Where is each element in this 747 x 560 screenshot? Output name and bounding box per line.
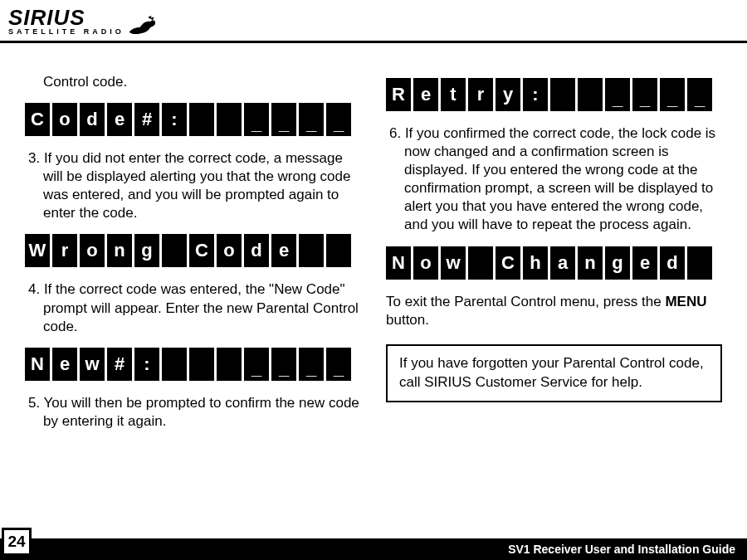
lcd-char: y xyxy=(496,78,520,111)
lcd-cell: _ xyxy=(299,348,324,381)
lcd-char: e xyxy=(271,234,296,267)
lcd-cell: t xyxy=(441,78,466,111)
exit-text-a: To exit the Parental Control menu, press… xyxy=(386,294,665,309)
forgot-code-note: If you have forgotten your Parental Cont… xyxy=(386,344,722,402)
lcd-char: w xyxy=(80,348,105,381)
sirius-logo: SIRIUS SATELLITE RADIO xyxy=(8,7,739,36)
lcd-char: d xyxy=(80,103,105,136)
lcd-cell: # xyxy=(134,103,159,136)
lcd-cell: _ xyxy=(299,103,324,136)
step-6: 6. If you confirmed the correct code, th… xyxy=(386,124,722,235)
lcd-char xyxy=(217,348,242,381)
lcd-char: _ xyxy=(244,348,269,381)
lcd-cell xyxy=(550,78,575,111)
lcd-cell xyxy=(687,246,712,280)
lcd-cell xyxy=(162,234,187,267)
lcd-char: r xyxy=(52,234,77,267)
lcd-char xyxy=(326,234,351,267)
lcd-cell: n xyxy=(107,234,132,267)
lcd-cell: d xyxy=(80,103,105,136)
lcd-cell: _ xyxy=(271,103,296,136)
lcd-cell: y xyxy=(496,78,520,111)
lcd-new-prompt: New#:____ xyxy=(25,348,361,381)
lcd-cell: d xyxy=(660,246,685,280)
dog-icon xyxy=(128,16,158,36)
lcd-cell xyxy=(578,78,603,111)
lcd-cell: N xyxy=(386,246,411,280)
lcd-cell: _ xyxy=(660,78,685,111)
lcd-cell: C xyxy=(189,234,214,267)
lcd-char: r xyxy=(468,78,493,111)
lcd-char: o xyxy=(52,103,77,136)
lcd-cell xyxy=(189,103,214,136)
lcd-cell: _ xyxy=(687,78,712,111)
lcd-cell: r xyxy=(468,78,493,111)
lcd-cell: h xyxy=(523,246,548,280)
lcd-char: W xyxy=(25,234,50,267)
lcd-cell: N xyxy=(25,348,50,381)
logo-text: SIRIUS SATELLITE RADIO xyxy=(8,7,124,36)
lcd-char: # xyxy=(134,103,159,136)
lcd-char xyxy=(550,78,575,111)
lcd-cell: _ xyxy=(244,103,269,136)
lcd-cell: g xyxy=(134,234,159,267)
lcd-char xyxy=(468,246,493,280)
lcd-cell: o xyxy=(80,234,105,267)
lcd-char xyxy=(189,103,214,136)
lcd-cell: e xyxy=(413,78,438,111)
lcd-char: o xyxy=(413,246,438,280)
lcd-cell xyxy=(162,348,187,381)
lcd-cell: : xyxy=(134,348,159,381)
lcd-wrong-code: WrongCode xyxy=(25,234,361,267)
lcd-cell: e xyxy=(632,246,657,280)
lcd-char: o xyxy=(80,234,105,267)
lcd-cell: e xyxy=(52,348,77,381)
lcd-char: o xyxy=(217,234,242,267)
lcd-char: _ xyxy=(299,103,324,136)
lcd-cell xyxy=(189,348,214,381)
lcd-cell: _ xyxy=(244,348,269,381)
lcd-char: t xyxy=(441,78,466,111)
lcd-char: : xyxy=(523,78,548,111)
lcd-char: e xyxy=(413,78,438,111)
footer-bar: SV1 Receiver User and Installation Guide xyxy=(0,538,747,560)
lcd-char: g xyxy=(605,246,630,280)
content: Control code. Code#:____ 3. If you did n… xyxy=(0,43,747,442)
lcd-cell: : xyxy=(523,78,548,111)
lcd-cell: w xyxy=(80,348,105,381)
lcd-char: h xyxy=(523,246,548,280)
lcd-char: N xyxy=(386,246,411,280)
lcd-char: C xyxy=(189,234,214,267)
lcd-cell: o xyxy=(413,246,438,280)
lcd-char xyxy=(189,348,214,381)
lcd-char: d xyxy=(244,234,269,267)
lcd-cell: e xyxy=(107,103,132,136)
header: SIRIUS SATELLITE RADIO xyxy=(0,0,747,41)
lcd-char: n xyxy=(107,234,132,267)
lcd-char: _ xyxy=(605,78,630,111)
lcd-char: _ xyxy=(271,348,296,381)
lcd-code-prompt: Code#:____ xyxy=(25,103,361,136)
lcd-char xyxy=(578,78,603,111)
lcd-char xyxy=(299,234,324,267)
lcd-cell: n xyxy=(578,246,603,280)
lcd-cell: W xyxy=(25,234,50,267)
left-column: Control code. Code#:____ 3. If you did n… xyxy=(25,73,361,442)
lcd-cell: d xyxy=(244,234,269,267)
lcd-cell: a xyxy=(550,246,575,280)
lcd-cell: _ xyxy=(632,78,657,111)
lcd-char: : xyxy=(162,103,187,136)
lcd-char: w xyxy=(441,246,466,280)
lcd-char: _ xyxy=(244,103,269,136)
lcd-cell: g xyxy=(605,246,630,280)
lcd-char xyxy=(162,348,187,381)
lcd-char: e xyxy=(107,103,132,136)
lcd-char: n xyxy=(578,246,603,280)
menu-button-label: MENU xyxy=(665,294,706,309)
logo-main: SIRIUS xyxy=(8,7,124,28)
lcd-char: : xyxy=(134,348,159,381)
step-4: 4. If the correct code was entered, the … xyxy=(25,280,361,335)
lcd-char: _ xyxy=(326,103,351,136)
lcd-char xyxy=(162,234,187,267)
step-5: 5. You will then be prompted to confirm … xyxy=(25,394,361,431)
